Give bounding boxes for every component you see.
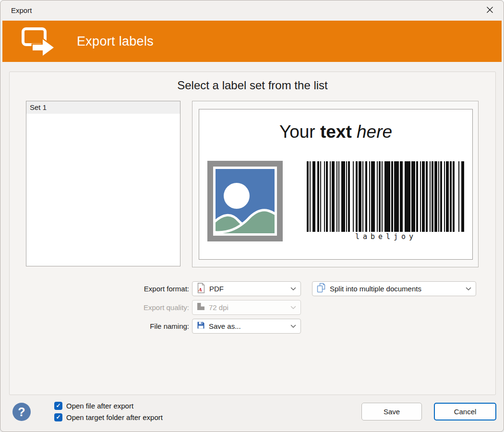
label-sample-text: Your text here — [199, 122, 472, 142]
chevron-down-icon — [290, 306, 296, 310]
question-mark-icon: ? — [18, 405, 25, 419]
sample-text-italic: here — [352, 122, 392, 142]
checkbox-checked-icon[interactable]: ✓ — [54, 402, 62, 410]
close-icon — [486, 6, 493, 15]
panel-heading: Select a label set from the list — [10, 79, 495, 92]
export-quality-select: 72 dpi — [192, 300, 301, 315]
chevron-down-icon — [466, 287, 471, 291]
sample-text-bold: text — [320, 122, 352, 142]
close-button[interactable] — [479, 1, 501, 20]
split-mode-value: Split into multiple documents — [330, 285, 463, 293]
export-labels-icon — [19, 25, 61, 59]
open-folder-checkbox[interactable]: ✓ Open target folder after export — [54, 411, 163, 423]
export-format-label: Export format: — [10, 285, 189, 293]
barcode: labeljoy — [307, 161, 465, 241]
label-preview: Your text here — [192, 101, 479, 267]
banner: Export labels — [2, 21, 502, 62]
save-icon — [197, 321, 205, 331]
window-title: Export — [11, 0, 32, 21]
image-placeholder-icon — [207, 161, 283, 243]
help-button[interactable]: ? — [12, 403, 31, 421]
file-naming-value: Save as... — [209, 322, 288, 330]
export-quality-value: 72 dpi — [209, 303, 288, 312]
resolution-icon — [197, 302, 205, 312]
cancel-button[interactable]: Cancel — [434, 403, 496, 420]
barcode-bars — [307, 161, 465, 232]
barcode-caption: labeljoy — [307, 232, 465, 241]
chevron-down-icon — [290, 324, 296, 328]
file-naming-label: File naming: — [10, 322, 189, 330]
export-format-select[interactable]: A PDF — [192, 281, 301, 296]
checkbox-checked-icon[interactable]: ✓ — [54, 413, 62, 421]
list-item[interactable]: Set 1 — [26, 101, 180, 114]
open-folder-label: Open target folder after export — [66, 413, 163, 421]
svg-text:A: A — [198, 286, 202, 292]
open-file-checkbox[interactable]: ✓ Open file after export — [54, 400, 163, 411]
export-quality-label: Export quality: — [10, 303, 189, 312]
label-set-list[interactable]: Set 1 — [26, 101, 180, 266]
file-naming-select[interactable]: Save as... — [192, 319, 301, 334]
pdf-file-icon: A — [197, 283, 205, 295]
sample-text-regular: Your — [279, 122, 320, 142]
open-file-label: Open file after export — [66, 402, 133, 410]
label-card: Your text here — [199, 109, 473, 260]
main-panel: Select a label set from the list Set 1 Y… — [9, 72, 496, 395]
banner-title: Export labels — [77, 21, 154, 62]
copy-documents-icon — [317, 283, 326, 295]
export-format-value: PDF — [209, 285, 288, 293]
export-options: ✓ Open file after export ✓ Open target f… — [54, 400, 163, 423]
save-button[interactable]: Save — [361, 403, 422, 420]
export-dialog: Export Export labels Select a label set … — [0, 0, 504, 432]
chevron-down-icon — [290, 287, 296, 291]
split-mode-select[interactable]: Split into multiple documents — [312, 281, 476, 296]
titlebar: Export — [0, 0, 504, 21]
